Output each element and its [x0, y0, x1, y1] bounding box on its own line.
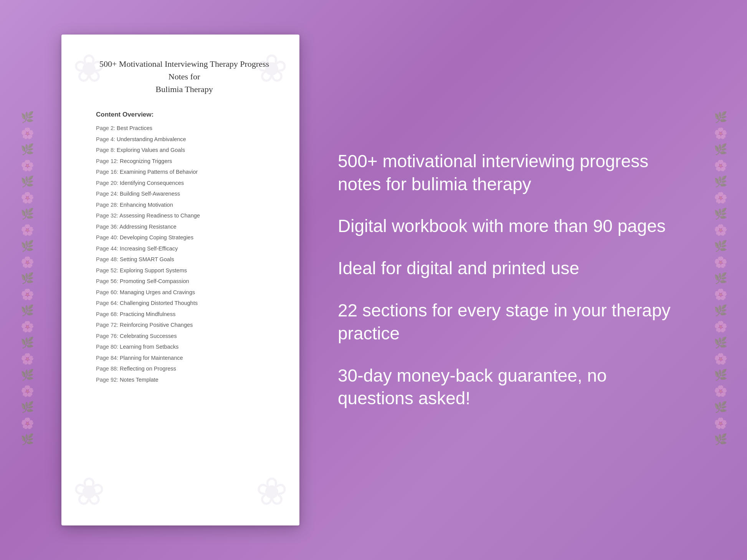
toc-item: Page 84: Planning for Maintenance — [96, 355, 273, 361]
main-content: ❀ ❀ ❀ ❀ 500+ Motivational Interviewing T… — [0, 0, 747, 560]
toc-item: Page 24: Building Self-Awareness — [96, 191, 273, 197]
toc-item: Page 44: Increasing Self-Efficacy — [96, 246, 273, 252]
toc-item: Page 40: Developing Coping Strategies — [96, 235, 273, 240]
toc-item: Page 92: Notes Template — [96, 377, 273, 383]
toc-item: Page 48: Setting SMART Goals — [96, 257, 273, 262]
document-preview: ❀ ❀ ❀ ❀ 500+ Motivational Interviewing T… — [61, 35, 299, 525]
toc-item: Page 16: Examining Patterns of Behavior — [96, 169, 273, 175]
toc-item: Page 88: Reflecting on Progress — [96, 366, 273, 372]
toc-item: Page 72: Reinforcing Positive Changes — [96, 322, 273, 328]
toc-item: Page 76: Celebrating Successes — [96, 333, 273, 339]
watermark-bottom-left: ❀ — [73, 469, 105, 514]
toc-item: Page 2: Best Practices — [96, 125, 273, 131]
document-title: 500+ Motivational Interviewing Therapy P… — [96, 58, 273, 96]
feature-item-2: Digital workbook with more than 90 pages — [338, 215, 686, 238]
toc-item: Page 28: Enhancing Motivation — [96, 202, 273, 208]
toc-item: Page 56: Promoting Self-Compassion — [96, 278, 273, 284]
toc-item: Page 12: Recognizing Triggers — [96, 158, 273, 164]
toc-item: Page 60: Managing Urges and Cravings — [96, 290, 273, 295]
toc-item: Page 80: Learning from Setbacks — [96, 344, 273, 350]
toc-item: Page 36: Addressing Resistance — [96, 224, 273, 230]
features-panel: 500+ motivational interviewing progress … — [330, 150, 686, 410]
toc-item: Page 8: Exploring Values and Goals — [96, 147, 273, 153]
content-overview-label: Content Overview: — [96, 111, 273, 119]
toc-item: Page 4: Understanding Ambivalence — [96, 137, 273, 142]
toc-item: Page 20: Identifying Consequences — [96, 180, 273, 186]
watermark-top-right: ❀ — [256, 46, 288, 91]
feature-item-5: 30-day money-back guarantee, no question… — [338, 364, 686, 410]
toc-item: Page 52: Exploring Support Systems — [96, 268, 273, 273]
toc-item: Page 68: Practicing Mindfulness — [96, 311, 273, 317]
feature-item-1: 500+ motivational interviewing progress … — [338, 150, 686, 196]
watermark-bottom-right: ❀ — [256, 469, 288, 514]
feature-item-4: 22 sections for every stage in your ther… — [338, 299, 686, 345]
table-of-contents: Page 2: Best PracticesPage 4: Understand… — [96, 125, 273, 382]
feature-item-3: Ideal for digital and printed use — [338, 257, 686, 280]
toc-item: Page 32: Assessing Readiness to Change — [96, 213, 273, 219]
toc-item: Page 64: Challenging Distorted Thoughts — [96, 300, 273, 306]
watermark-top-left: ❀ — [73, 46, 105, 91]
